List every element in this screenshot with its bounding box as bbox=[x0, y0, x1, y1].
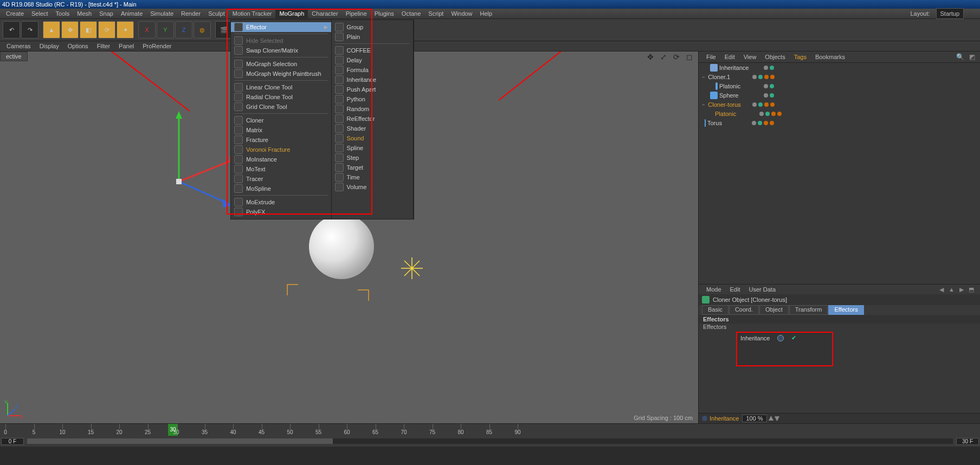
menu-item-matrix[interactable]: Matrix bbox=[231, 125, 331, 135]
menu-item-delay[interactable]: Delay bbox=[332, 55, 413, 65]
attr-nav-icons[interactable]: ◀ ▲ ▶ ⬒ bbox=[935, 286, 980, 293]
menu-item-radial-clone-tool[interactable]: Radial Clone Tool bbox=[231, 92, 331, 102]
view-menu-options[interactable]: Options bbox=[63, 43, 93, 49]
menu-item-formula[interactable]: Formula bbox=[332, 65, 413, 75]
menu-mesh[interactable]: Mesh bbox=[73, 9, 95, 18]
menu-pipeline[interactable]: Pipeline bbox=[342, 9, 371, 18]
obj-tab-edit[interactable]: Edit bbox=[720, 54, 739, 60]
view-menu-prorender[interactable]: ProRender bbox=[138, 43, 176, 49]
menu-help[interactable]: Help bbox=[476, 9, 497, 18]
menu-item-target[interactable]: Target bbox=[332, 163, 413, 172]
menu-item-step[interactable]: Step bbox=[332, 153, 413, 163]
attr-tab-effectors[interactable]: Effectors bbox=[828, 305, 863, 315]
view-menu-display[interactable]: Display bbox=[35, 43, 63, 49]
menu-item-reeffector[interactable]: ReEffector bbox=[332, 114, 413, 124]
object-row-cloner-1[interactable]: −Cloner.1 bbox=[699, 72, 980, 81]
obj-tab-bookmarks[interactable]: Bookmarks bbox=[811, 54, 849, 60]
menu-item-moinstance[interactable]: MoInstance bbox=[231, 154, 331, 164]
attr-menu-mode[interactable]: Mode bbox=[702, 286, 726, 293]
menu-render[interactable]: Render bbox=[177, 9, 204, 18]
menu-window[interactable]: Window bbox=[447, 9, 476, 18]
object-row-torus[interactable]: Torus bbox=[699, 118, 980, 127]
menu-item-time[interactable]: Time bbox=[332, 172, 413, 182]
layout-dropdown[interactable]: Startup bbox=[936, 8, 964, 19]
object-row-platonic[interactable]: Platonic bbox=[699, 109, 980, 118]
effectors-list[interactable]: Inheritance ✔ bbox=[737, 332, 833, 366]
menu-item-inheritance[interactable]: Inheritance bbox=[332, 75, 413, 85]
axis-y-icon[interactable]: Y bbox=[157, 21, 174, 38]
viewport-nav-icons[interactable]: ✥ ⤢ ⟳ ◻ bbox=[647, 53, 695, 61]
axis-x-icon[interactable]: X bbox=[138, 21, 156, 38]
mograph-dropdown[interactable]: Effector▶Hide SelectedSwap Cloner/Matrix… bbox=[230, 20, 414, 219]
view-menu-cameras[interactable]: Cameras bbox=[2, 43, 35, 49]
attr-menu-user-data[interactable]: User Data bbox=[745, 286, 781, 293]
menu-item-fracture[interactable]: Fracture bbox=[231, 135, 331, 145]
menu-script[interactable]: Script bbox=[424, 9, 447, 18]
redo-icon[interactable]: ↷ bbox=[21, 21, 38, 38]
menu-item-tracer[interactable]: Tracer bbox=[231, 174, 331, 184]
attr-tab-transform[interactable]: Transform bbox=[789, 305, 828, 315]
menu-item-random[interactable]: Random bbox=[332, 104, 413, 114]
menu-octane[interactable]: Octane bbox=[398, 9, 424, 18]
effector-item[interactable]: Inheritance ✔ bbox=[737, 333, 832, 343]
selected-effector-label[interactable]: Inheritance bbox=[710, 415, 739, 422]
menu-item-voronoi-fracture[interactable]: Voronoi Fracture bbox=[231, 145, 331, 154]
menu-item-mospline[interactable]: MoSpline bbox=[231, 184, 331, 193]
obj-panel-search-icon[interactable]: 🔍 ◩ bbox=[952, 53, 980, 61]
menu-item-mograph-selection[interactable]: MoGraph Selection bbox=[231, 59, 331, 69]
menu-item-volume[interactable]: Volume bbox=[332, 182, 413, 192]
menu-item-cloner[interactable]: Cloner bbox=[231, 115, 331, 125]
select-tool-icon[interactable]: ▲ bbox=[43, 21, 60, 38]
effector-strength-field[interactable]: 100 % bbox=[742, 415, 766, 422]
object-row-sphere[interactable]: Sphere bbox=[699, 91, 980, 100]
obj-tab-file[interactable]: File bbox=[702, 54, 720, 60]
timeline-ruler[interactable]: 30 051015202530354045505560657075808590 bbox=[0, 424, 980, 436]
menu-item-python[interactable]: Python bbox=[332, 94, 413, 104]
view-menu-panel[interactable]: Panel bbox=[114, 43, 138, 49]
menu-item-grid-clone-tool[interactable]: Grid Clone Tool bbox=[231, 102, 331, 112]
lasttool-icon[interactable]: ✦ bbox=[117, 21, 134, 38]
undo-icon[interactable]: ↶ bbox=[3, 21, 20, 38]
menu-item-sound[interactable]: Sound bbox=[332, 133, 413, 143]
menu-tools[interactable]: Tools bbox=[52, 9, 74, 18]
menu-item-linear-clone-tool[interactable]: Linear Clone Tool bbox=[231, 82, 331, 92]
menu-snap[interactable]: Snap bbox=[95, 9, 117, 18]
menu-item-effector[interactable]: Effector▶ bbox=[231, 22, 331, 32]
menu-item-plain[interactable]: Plain bbox=[332, 32, 413, 42]
menu-item-spline[interactable]: Spline bbox=[332, 143, 413, 153]
menu-create[interactable]: Create bbox=[2, 9, 28, 18]
obj-tab-objects[interactable]: Objects bbox=[760, 54, 789, 60]
menu-mograph[interactable]: MoGraph bbox=[275, 9, 308, 18]
menu-item-motext[interactable]: MoText bbox=[231, 164, 331, 174]
menu-simulate[interactable]: Simulate bbox=[146, 9, 177, 18]
scale-tool-icon[interactable]: ◧ bbox=[80, 21, 97, 38]
attr-tab-object[interactable]: Object bbox=[759, 305, 789, 315]
menu-item-moextrude[interactable]: MoExtrude bbox=[231, 197, 331, 207]
menu-item-push-apart[interactable]: Push Apart bbox=[332, 85, 413, 94]
menu-animate[interactable]: Animate bbox=[117, 9, 146, 18]
axis-z-icon[interactable]: Z bbox=[175, 21, 192, 38]
attr-menu-edit[interactable]: Edit bbox=[726, 286, 745, 293]
menu-item-shader[interactable]: Shader bbox=[332, 124, 413, 133]
object-row-cloner-torus[interactable]: −Cloner-torus bbox=[699, 100, 980, 109]
attr-tab-coord[interactable]: Coord. bbox=[729, 305, 759, 315]
timeline[interactable]: 30 051015202530354045505560657075808590 … bbox=[0, 423, 980, 447]
menu-item-coffee[interactable]: COFFEE bbox=[332, 46, 413, 55]
stepper-icon[interactable]: ⯅⯆ bbox=[768, 415, 780, 422]
menu-item-mograph-weight-paintbrush[interactable]: MoGraph Weight Paintbrush bbox=[231, 69, 331, 79]
menu-item-group[interactable]: Group bbox=[332, 22, 413, 32]
object-row-inheritance[interactable]: Inheritance bbox=[699, 63, 980, 72]
menu-plugins[interactable]: Plugins bbox=[371, 9, 398, 18]
obj-tab-view[interactable]: View bbox=[739, 54, 761, 60]
view-menu-filter[interactable]: Filter bbox=[93, 43, 114, 49]
menu-motion-tracker[interactable]: Motion Tracker bbox=[229, 9, 276, 18]
object-row-platonic[interactable]: Platonic bbox=[699, 81, 980, 91]
rotate-tool-icon[interactable]: ⟳ bbox=[98, 21, 115, 38]
menu-item-swap-cloner-matrix[interactable]: Swap Cloner/Matrix bbox=[231, 46, 331, 55]
coord-sys-icon[interactable]: ◍ bbox=[194, 21, 211, 38]
timeline-end-field[interactable]: 30 F bbox=[956, 438, 979, 445]
menu-character[interactable]: Character bbox=[308, 9, 341, 18]
move-tool-icon[interactable]: ✥ bbox=[61, 21, 79, 38]
menu-item-polyfx[interactable]: PolyFX bbox=[231, 207, 331, 217]
object-tree[interactable]: Inheritance−Cloner.1PlatonicSphere−Clone… bbox=[699, 63, 980, 284]
